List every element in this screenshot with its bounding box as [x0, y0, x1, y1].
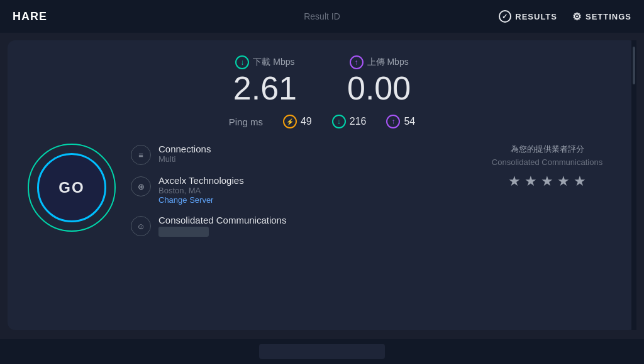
isp-masked-value [158, 227, 209, 237]
upload-arrow-icon: ↑ [350, 55, 364, 69]
star-4[interactable]: ★ [557, 173, 570, 190]
server-row: ⊕ Axcelx Technologies Boston, MA Change … [131, 175, 463, 205]
result-id-label: Result ID [304, 11, 340, 21]
bottom-strip [259, 344, 385, 359]
download-label: ↓ 下載 Mbps [233, 55, 297, 69]
jitter-value: 49 [301, 116, 312, 127]
connections-icon: ≡ [131, 145, 151, 165]
isp-text: Consolidated Communications [158, 215, 286, 237]
download-arrow-icon: ↓ [235, 55, 249, 69]
info-panel: ≡ Connections Multi ⊕ Axcelx Technologie… [131, 144, 463, 247]
top-bar: HARE Result ID ✓ RESULTS ⚙ SETTINGS [0, 0, 644, 33]
upload-ping-icon: ↑ [386, 115, 400, 128]
scroll-thumb [633, 47, 635, 84]
server-text: Axcelx Technologies Boston, MA Change Se… [158, 175, 244, 205]
star-1[interactable]: ★ [508, 173, 521, 190]
upload-ping-item: ↑ 54 [386, 115, 415, 128]
go-label: GO [58, 179, 84, 196]
main-card: ↓ 下載 Mbps 2.61 ↑ 上傳 Mbps 0.00 Ping ms ⚡ … [8, 40, 636, 330]
ping-label: Ping ms [229, 117, 263, 127]
rating-title: 為您的提供業者評分 [478, 144, 616, 155]
connections-sub: Multi [158, 154, 211, 164]
ping-row: Ping ms ⚡ 49 ↓ 216 ↑ 54 [28, 115, 616, 128]
user-icon: ☺ [131, 216, 151, 236]
go-button-container: GO [28, 144, 116, 232]
scrollbar[interactable] [631, 40, 636, 330]
change-server-link[interactable]: Change Server [158, 195, 244, 205]
stars-container[interactable]: ★ ★ ★ ★ ★ [478, 173, 616, 190]
go-button[interactable]: GO [37, 153, 106, 222]
results-button[interactable]: ✓ RESULTS [499, 10, 557, 23]
gear-icon: ⚙ [572, 11, 582, 23]
go-outer-ring: GO [28, 144, 116, 232]
server-location: Boston, MA [158, 186, 244, 195]
rating-section: 為您的提供業者評分 Consolidated Communications ★ … [478, 144, 616, 190]
upload-block: ↑ 上傳 Mbps 0.00 [347, 55, 411, 105]
top-bar-actions: ✓ RESULTS ⚙ SETTINGS [499, 10, 631, 23]
bottom-bar [0, 339, 644, 364]
lower-section: GO ≡ Connections Multi ⊕ Axcelx Technolo… [28, 144, 616, 247]
download-block: ↓ 下載 Mbps 2.61 [233, 55, 297, 105]
rating-provider: Consolidated Communications [478, 157, 616, 167]
jitter-item: ⚡ 49 [283, 115, 312, 128]
star-3[interactable]: ★ [541, 173, 553, 190]
isp-row: ☺ Consolidated Communications [131, 215, 463, 237]
download-value: 2.61 [233, 72, 297, 105]
star-2[interactable]: ★ [525, 173, 537, 190]
connections-title: Connections [158, 144, 211, 154]
share-label: HARE [13, 10, 47, 23]
isp-title: Consolidated Communications [158, 215, 286, 225]
connections-text: Connections Multi [158, 144, 211, 164]
connections-row: ≡ Connections Multi [131, 144, 463, 165]
server-icon: ⊕ [131, 176, 151, 196]
upload-label: ↑ 上傳 Mbps [347, 55, 411, 69]
download-ping-value: 216 [350, 116, 367, 127]
jitter-icon: ⚡ [283, 115, 297, 128]
server-title: Axcelx Technologies [158, 175, 244, 186]
speed-section: ↓ 下載 Mbps 2.61 ↑ 上傳 Mbps 0.00 [28, 55, 616, 105]
upload-ping-value: 54 [404, 116, 415, 127]
star-5[interactable]: ★ [574, 173, 586, 190]
check-icon: ✓ [499, 10, 511, 23]
upload-value: 0.00 [347, 72, 411, 105]
download-ping-item: ↓ 216 [332, 115, 367, 128]
download-ping-icon: ↓ [332, 115, 346, 128]
settings-button[interactable]: ⚙ SETTINGS [572, 11, 631, 23]
